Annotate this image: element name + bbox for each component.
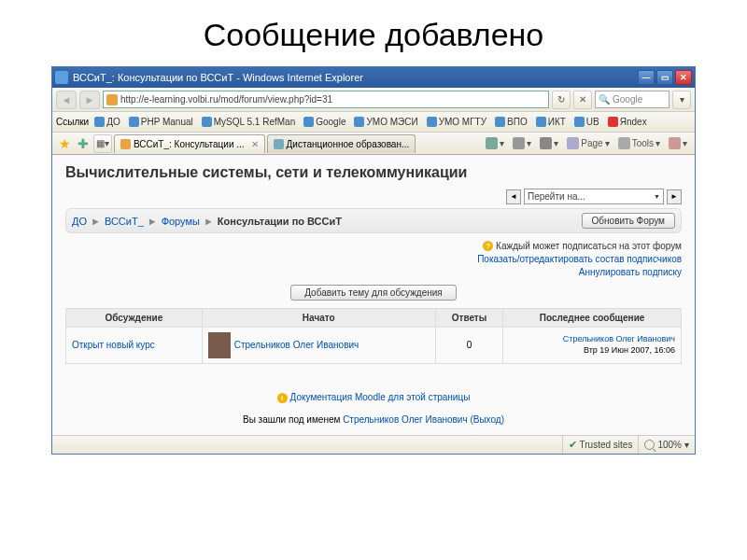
search-go-button[interactable]: ▾ xyxy=(672,91,691,109)
link-item[interactable]: ДО xyxy=(92,116,123,128)
back-button[interactable]: ◄ xyxy=(56,91,77,109)
link-item[interactable]: UB xyxy=(571,116,602,128)
update-forum-button[interactable]: Обновить Форум xyxy=(582,213,675,229)
address-bar[interactable]: http://e-learning.volbi.ru/mod/forum/vie… xyxy=(103,91,549,108)
edit-subscribers-link[interactable]: Показать/отредактировать состав подписчи… xyxy=(477,254,682,264)
shield-icon: ✔ xyxy=(569,439,577,451)
maximize-button[interactable]: ▭ xyxy=(656,70,673,85)
links-label: Ссылки xyxy=(56,117,89,127)
stop-button[interactable]: ✕ xyxy=(573,91,592,109)
link-item[interactable]: MySQL 5.1 RefMan xyxy=(199,116,298,128)
jump-prev-button[interactable]: ◄ xyxy=(506,189,521,204)
search-placeholder: Google xyxy=(613,94,642,105)
help-icon[interactable]: ? xyxy=(483,241,493,251)
link-icon xyxy=(94,117,105,127)
tab-inactive[interactable]: Дистанционное образован... xyxy=(267,134,416,153)
link-icon xyxy=(536,117,546,127)
col-replies: Ответы xyxy=(435,308,502,327)
search-box[interactable]: 🔍 Google xyxy=(595,91,669,108)
link-item[interactable]: ИКТ xyxy=(533,116,569,128)
home-icon xyxy=(486,137,498,149)
unsubscribe-link[interactable]: Аннулировать подписку xyxy=(579,267,682,277)
status-bar: ✔Trusted sites 100% ▾ xyxy=(52,435,695,454)
topic-link[interactable]: Открыт новый курс xyxy=(72,340,155,350)
help-button[interactable]: ▾ xyxy=(665,135,691,151)
moodle-docs-link[interactable]: Документация Moodle для этой страницы xyxy=(290,392,471,402)
slide-title: Сообщение добавлено xyxy=(0,0,747,66)
course-heading: Вычислительные системы, сети и телекомму… xyxy=(65,164,682,181)
print-icon xyxy=(540,137,552,149)
link-item[interactable]: PHP Manual xyxy=(126,116,196,128)
crumb-current: Консультации по ВССиТ xyxy=(218,216,342,227)
last-author-link[interactable]: Стрельников Олег Иванович xyxy=(563,334,675,343)
link-icon xyxy=(303,117,314,127)
col-last: Последнее сообщение xyxy=(503,308,682,327)
ie-icon xyxy=(55,71,68,84)
help-icon xyxy=(669,137,681,149)
col-topic: Обсуждение xyxy=(66,308,203,327)
minimize-button[interactable]: — xyxy=(638,70,655,85)
tab-toolbar: ★ ✚ ▦▾ ВССиТ_: Консультации ...✕ Дистанц… xyxy=(52,133,695,155)
jump-select[interactable]: Перейти на...▼ xyxy=(524,189,664,204)
forum-table: Обсуждение Начато Ответы Последнее сообщ… xyxy=(65,308,682,364)
logged-user-link[interactable]: Стрельников Олег Иванович xyxy=(343,414,468,425)
breadcrumb-bar: ДО► ВССиТ_► Форумы► Консультации по ВССи… xyxy=(65,208,682,233)
jump-next-button[interactable]: ► xyxy=(667,189,682,204)
zoom-level[interactable]: 100% ▾ xyxy=(638,436,695,454)
info-icon: i xyxy=(277,393,288,403)
forward-button[interactable]: ► xyxy=(79,91,100,109)
crumb-course[interactable]: ВССиТ_ xyxy=(105,216,144,227)
print-button[interactable]: ▾ xyxy=(536,135,562,151)
avatar xyxy=(208,332,231,358)
tab-icon xyxy=(274,139,284,149)
tab-list-button[interactable]: ▦▾ xyxy=(93,134,112,153)
window-title: ВССиТ_: Консультации по ВССиТ - Windows … xyxy=(73,72,636,83)
table-row: Открыт новый курс Стрельников Олег Ивано… xyxy=(66,327,682,363)
link-item[interactable]: Яndex xyxy=(605,116,650,128)
yandex-icon xyxy=(608,117,618,127)
replies-count: 0 xyxy=(435,327,502,363)
tools-menu[interactable]: Tools ▾ xyxy=(614,135,664,151)
link-item[interactable]: ВПО xyxy=(492,116,530,128)
nav-toolbar: ◄ ► http://e-learning.volbi.ru/mod/forum… xyxy=(52,88,695,112)
page-icon xyxy=(567,137,579,149)
feeds-button[interactable]: ▾ xyxy=(509,135,535,151)
links-toolbar: Ссылки ДО PHP Manual MySQL 5.1 RefMan Go… xyxy=(52,112,695,133)
col-started: Начато xyxy=(202,308,435,327)
refresh-button[interactable]: ↻ xyxy=(552,91,571,109)
link-icon xyxy=(574,117,585,127)
home-button[interactable]: ▾ xyxy=(482,135,508,151)
crumb-forums[interactable]: Форумы xyxy=(162,216,200,227)
author-link[interactable]: Стрельников Олег Иванович xyxy=(234,339,359,349)
zoom-icon xyxy=(644,440,655,450)
page-menu[interactable]: Page ▾ xyxy=(563,135,613,151)
link-icon xyxy=(129,117,139,127)
page-content: Вычислительные системы, сети и телекомму… xyxy=(52,155,695,435)
add-topic-button[interactable]: Добавить тему для обсуждения xyxy=(290,285,457,301)
browser-window: ВССиТ_: Консультации по ВССиТ - Windows … xyxy=(51,66,696,455)
last-date: Втр 19 Июн 2007, 16:06 xyxy=(584,345,675,355)
tab-active[interactable]: ВССиТ_: Консультации ...✕ xyxy=(114,134,265,153)
trusted-sites: ✔Trusted sites xyxy=(562,436,639,454)
subscribe-block: ?Каждый может подписаться на этот форум … xyxy=(65,239,682,279)
link-item[interactable]: УМО МЭСИ xyxy=(351,116,420,128)
link-icon xyxy=(427,117,437,127)
logout-link[interactable]: (Выход) xyxy=(468,414,504,425)
rss-icon xyxy=(513,137,525,149)
url-text: http://e-learning.volbi.ru/mod/forum/vie… xyxy=(120,94,332,105)
close-button[interactable]: ✕ xyxy=(675,70,692,85)
subscribe-info: Каждый может подписаться на этот форум xyxy=(496,240,682,253)
gear-icon xyxy=(618,137,630,149)
favorites-star-icon[interactable]: ★ xyxy=(56,135,73,152)
titlebar: ВССиТ_: Консультации по ВССиТ - Windows … xyxy=(52,67,695,88)
site-icon xyxy=(106,94,118,105)
link-item[interactable]: УМО МГТУ xyxy=(424,116,489,128)
crumb-do[interactable]: ДО xyxy=(72,216,87,227)
logged-prefix: Вы зашли под именем xyxy=(243,414,343,425)
link-item[interactable]: Google xyxy=(301,116,348,128)
link-icon xyxy=(202,117,212,127)
add-favorite-icon[interactable]: ✚ xyxy=(75,135,92,152)
tab-icon xyxy=(120,139,131,149)
link-icon xyxy=(495,117,505,127)
link-icon xyxy=(354,117,364,127)
